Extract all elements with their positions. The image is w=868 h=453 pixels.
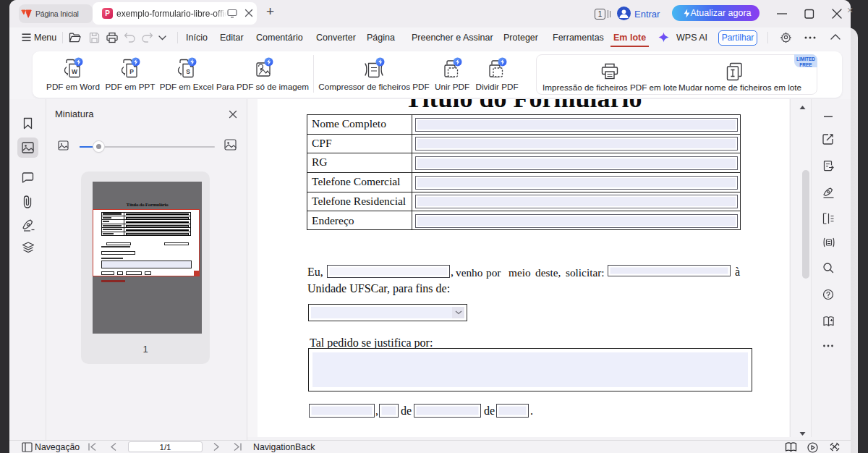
svg-text:W: W	[72, 68, 78, 75]
svg-text:P: P	[129, 68, 134, 75]
svg-text:S: S	[186, 68, 190, 75]
